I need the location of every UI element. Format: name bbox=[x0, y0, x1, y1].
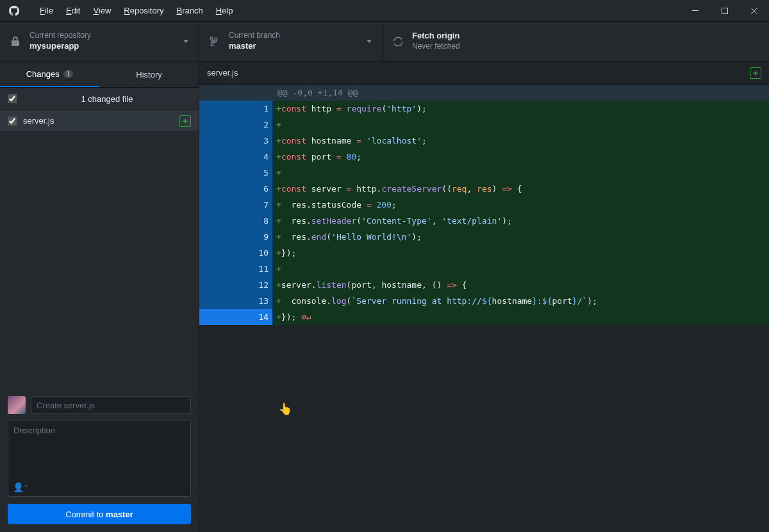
sync-icon bbox=[393, 37, 403, 47]
changed-files-label: 1 changed file bbox=[23, 94, 191, 104]
diff-filename: server.js bbox=[207, 68, 238, 78]
file-checkbox[interactable] bbox=[8, 117, 17, 126]
fetch-sub: Never fetched bbox=[412, 42, 460, 52]
added-file-icon: + bbox=[750, 67, 761, 79]
avatar[interactable] bbox=[8, 396, 26, 414]
diff-line[interactable]: 1+const http = require('http'); bbox=[199, 101, 769, 117]
menu-help[interactable]: Help bbox=[210, 0, 240, 22]
current-branch-selector[interactable]: Current branch master bbox=[199, 22, 383, 61]
diff-code[interactable]: @@ -0,0 +1,14 @@1+const http = require('… bbox=[199, 85, 769, 325]
diff-line[interactable]: 10+}); bbox=[199, 245, 769, 261]
diff-line[interactable]: 12+server.listen(port, hostname, () => { bbox=[199, 277, 769, 293]
lock-icon bbox=[10, 37, 21, 47]
file-name: server.js bbox=[23, 116, 179, 126]
diff-line[interactable]: 11+ bbox=[199, 261, 769, 277]
chevron-down-icon bbox=[367, 40, 372, 43]
changed-files-summary: 1 changed file bbox=[0, 87, 199, 110]
commit-button[interactable]: Commit to master bbox=[8, 504, 191, 524]
file-row[interactable]: server.js + bbox=[0, 110, 199, 132]
menu-repository[interactable]: Repository bbox=[117, 0, 170, 22]
menu-branch[interactable]: Branch bbox=[170, 0, 209, 22]
maximize-button[interactable] bbox=[710, 0, 740, 22]
menu-view[interactable]: View bbox=[87, 0, 117, 22]
minimize-button[interactable] bbox=[681, 0, 710, 22]
svg-rect-1 bbox=[722, 8, 728, 13]
chevron-down-icon bbox=[183, 40, 188, 43]
tab-history[interactable]: History bbox=[99, 62, 199, 87]
select-all-checkbox[interactable] bbox=[8, 94, 17, 103]
diff-line[interactable]: 13+ console.log(`Server running at http:… bbox=[199, 293, 769, 309]
title-bar: File Edit View Repository Branch Help bbox=[0, 0, 769, 22]
repo-label: Current repository bbox=[29, 31, 91, 41]
current-repository-selector[interactable]: Current repository mysuperapp bbox=[0, 22, 199, 61]
diff-line[interactable]: 8+ res.setHeader('Content-Type', 'text/p… bbox=[199, 213, 769, 229]
main-area: Changes 1 History 1 changed file server.… bbox=[0, 62, 769, 532]
branch-value: master bbox=[229, 41, 280, 52]
menu-file[interactable]: File bbox=[33, 0, 60, 22]
diff-line[interactable]: 5+ bbox=[199, 165, 769, 181]
tab-changes[interactable]: Changes 1 bbox=[0, 62, 99, 87]
fetch-label: Fetch origin bbox=[412, 31, 460, 42]
diff-view: server.js + @@ -0,0 +1,14 @@1+const http… bbox=[199, 62, 769, 532]
fetch-origin-button[interactable]: Fetch origin Never fetched bbox=[383, 22, 769, 61]
branch-label: Current branch bbox=[229, 31, 280, 41]
commit-button-prefix: Commit to bbox=[65, 510, 106, 519]
diff-line[interactable]: 2+ bbox=[199, 117, 769, 133]
diff-line[interactable]: 4+const port = 80; bbox=[199, 149, 769, 165]
tab-changes-label: Changes bbox=[26, 69, 60, 79]
commit-description-input[interactable] bbox=[8, 420, 191, 497]
commit-form: 👤⁺ Commit to master bbox=[0, 388, 199, 532]
git-branch-icon bbox=[210, 37, 220, 47]
menu-edit[interactable]: Edit bbox=[60, 0, 87, 22]
commit-summary-input[interactable] bbox=[31, 396, 191, 414]
diff-line[interactable]: 14+}); ⊘↵ bbox=[199, 309, 769, 325]
tab-history-label: History bbox=[136, 70, 161, 79]
github-logo-icon bbox=[9, 6, 19, 16]
toolbar: Current repository mysuperapp Current br… bbox=[0, 22, 769, 62]
diff-line[interactable]: 3+const hostname = 'localhost'; bbox=[199, 133, 769, 149]
diff-header: server.js + bbox=[199, 62, 769, 85]
svg-rect-0 bbox=[692, 10, 699, 11]
close-button[interactable] bbox=[740, 0, 769, 22]
added-file-icon: + bbox=[179, 115, 191, 127]
sidebar-tabs: Changes 1 History bbox=[0, 62, 199, 87]
commit-button-branch: master bbox=[106, 510, 133, 519]
diff-line[interactable]: 9+ res.end('Hello World!\n'); bbox=[199, 229, 769, 245]
window-controls bbox=[681, 0, 769, 22]
diff-line[interactable]: 7+ res.statusCode = 200; bbox=[199, 197, 769, 213]
changes-count-badge: 1 bbox=[63, 70, 74, 78]
repo-value: mysuperapp bbox=[29, 41, 91, 52]
sidebar: Changes 1 History 1 changed file server.… bbox=[0, 62, 199, 532]
diff-line[interactable]: 6+const server = http.createServer((req,… bbox=[199, 181, 769, 197]
